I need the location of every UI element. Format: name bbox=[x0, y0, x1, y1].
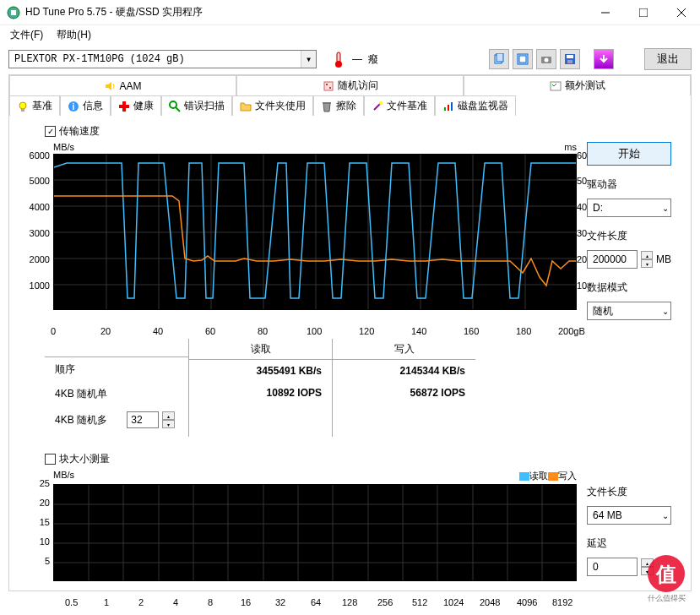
delay-input[interactable]: 0 bbox=[587, 558, 638, 576]
filelen-label: 文件长度 bbox=[587, 229, 671, 243]
tab-error-scan[interactable]: 错误扫描 bbox=[161, 95, 232, 116]
svg-rect-26 bbox=[119, 105, 129, 108]
blocksize-chart-svg bbox=[53, 484, 577, 581]
transfer-chart-svg bbox=[53, 154, 577, 310]
magnifier-icon bbox=[169, 101, 181, 112]
rand1-read: 10892 IOPS bbox=[189, 382, 332, 404]
svg-rect-29 bbox=[323, 102, 331, 104]
tab-file-benchmark[interactable]: 文件基准 bbox=[364, 95, 435, 116]
tab-folder-usage[interactable]: 文件夹使用 bbox=[232, 95, 313, 116]
close-button[interactable] bbox=[662, 0, 700, 25]
drive-select[interactable]: D:⌄ bbox=[587, 199, 671, 217]
speaker-icon bbox=[104, 80, 116, 92]
bulb-icon bbox=[17, 101, 29, 112]
seq-read: 3455491 KB/s bbox=[189, 360, 332, 382]
menu-help[interactable]: 帮助(H) bbox=[50, 26, 98, 44]
trash-icon bbox=[321, 101, 333, 112]
filelen2-label: 文件长度 bbox=[587, 485, 671, 499]
svg-point-21 bbox=[19, 102, 26, 109]
maximize-button[interactable] bbox=[624, 0, 662, 25]
device-select[interactable]: PLEXTOR PX-1TM10PG (1024 gB) ▾ bbox=[8, 50, 317, 68]
start-button[interactable]: 开始 bbox=[587, 142, 671, 166]
svg-rect-34 bbox=[451, 102, 453, 111]
svg-rect-17 bbox=[324, 82, 333, 90]
legend: 读取写入 bbox=[519, 470, 577, 482]
seq-write: 2145344 KB/s bbox=[333, 360, 475, 382]
write-header: 写入 bbox=[333, 342, 475, 360]
seq-label: 顺序 bbox=[45, 357, 188, 382]
qd-input[interactable]: 32 bbox=[127, 411, 159, 428]
titlebar: HD Tune Pro 5.75 - 硬盘/SSD 实用程序 bbox=[0, 0, 700, 25]
y-axis-right: 605040302010 bbox=[577, 154, 590, 310]
tab-area: AAM 随机访问 额外测试 基准 i信息 健康 错误扫描 文件夹使用 擦除 文件… bbox=[8, 74, 692, 591]
copy-button[interactable] bbox=[489, 49, 509, 69]
temperature-label: — 癈 bbox=[352, 52, 380, 67]
svg-rect-50 bbox=[54, 485, 577, 581]
checklist-icon bbox=[550, 80, 562, 92]
minimize-button[interactable] bbox=[586, 0, 624, 25]
mode-label: 数据模式 bbox=[587, 280, 671, 295]
tab-aam[interactable]: AAM bbox=[9, 75, 236, 95]
svg-text:值: 值 bbox=[655, 563, 676, 585]
svg-rect-22 bbox=[21, 109, 24, 112]
svg-point-19 bbox=[329, 87, 331, 89]
app-icon bbox=[7, 6, 20, 19]
transfer-chart: MB/sms 020406080100120140160180200 bbox=[19, 142, 577, 320]
qd-spinner[interactable]: ▴▾ bbox=[162, 411, 175, 428]
tab-random-access[interactable]: 随机访问 bbox=[236, 75, 464, 95]
chevron-down-icon: ⌄ bbox=[662, 511, 669, 520]
load-button[interactable] bbox=[594, 49, 614, 69]
blocksize-checkbox[interactable] bbox=[45, 454, 56, 465]
drive-label: 驱动器 bbox=[587, 177, 671, 192]
save-button[interactable] bbox=[560, 49, 580, 69]
menubar: 文件(F) 帮助(H) bbox=[0, 25, 700, 44]
read-header: 读取 bbox=[189, 342, 332, 360]
info-icon: i bbox=[68, 101, 79, 112]
y-axis-left-2: 252015105 bbox=[19, 482, 52, 579]
watermark: 值 什么值得买 bbox=[641, 553, 692, 607]
svg-rect-16 bbox=[567, 60, 572, 63]
blocksize-chart: MB/s 读取写入 0.5124816326412825651210242048… bbox=[19, 470, 577, 584]
menu-file[interactable]: 文件(F) bbox=[3, 26, 50, 44]
svg-rect-33 bbox=[448, 105, 449, 111]
rand-single-label: 4KB 随机单 bbox=[45, 382, 188, 406]
svg-point-27 bbox=[170, 101, 176, 108]
svg-point-7 bbox=[335, 61, 342, 68]
chevron-down-icon: ⌄ bbox=[662, 307, 669, 316]
filelen-input[interactable]: 200000 bbox=[587, 250, 638, 269]
svg-rect-15 bbox=[567, 55, 573, 58]
window-title: HD Tune Pro 5.75 - 硬盘/SSD 实用程序 bbox=[25, 5, 586, 19]
mode-select[interactable]: 随机⌄ bbox=[587, 302, 671, 320]
svg-text:什么值得买: 什么值得买 bbox=[648, 594, 686, 602]
svg-text:i: i bbox=[73, 102, 75, 112]
tab-info[interactable]: i信息 bbox=[60, 95, 111, 116]
thermometer-icon bbox=[330, 51, 347, 68]
svg-rect-3 bbox=[639, 8, 648, 17]
tab-health[interactable]: 健康 bbox=[111, 95, 161, 116]
svg-point-13 bbox=[545, 58, 549, 63]
filelen2-select[interactable]: 64 MB⌄ bbox=[587, 506, 671, 525]
tab-benchmark[interactable]: 基准 bbox=[9, 95, 60, 116]
exit-button[interactable]: 退出 bbox=[644, 48, 692, 70]
camera-button[interactable] bbox=[536, 49, 556, 69]
blocksize-label: 块大小测量 bbox=[59, 452, 110, 466]
tab-disk-monitor[interactable]: 磁盘监视器 bbox=[435, 95, 516, 116]
results-table: 顺序 4KB 随机单 4KB 随机多 32▴▾ 读取 3455491 KB/s … bbox=[45, 339, 681, 437]
svg-rect-11 bbox=[519, 56, 526, 63]
filelen-spinner[interactable]: ▴▾ bbox=[641, 251, 653, 268]
chart-icon bbox=[442, 101, 454, 112]
chevron-down-icon: ▾ bbox=[301, 51, 316, 68]
svg-rect-9 bbox=[497, 53, 503, 62]
dice-icon bbox=[323, 80, 334, 92]
svg-rect-32 bbox=[444, 107, 446, 111]
delay-label: 延迟 bbox=[587, 536, 671, 551]
rand-multi-label: 4KB 随机多 32▴▾ bbox=[45, 406, 188, 433]
screenshot-button[interactable] bbox=[513, 49, 533, 69]
tab-extra-test[interactable]: 额外测试 bbox=[464, 75, 691, 95]
svg-point-31 bbox=[379, 101, 383, 105]
tab-erase[interactable]: 擦除 bbox=[313, 95, 364, 116]
svg-line-28 bbox=[176, 107, 180, 112]
side-panel-1: 开始 驱动器 D:⌄ 文件长度 200000 ▴▾ MB 数据模式 随机⌄ bbox=[587, 142, 671, 320]
transfer-speed-checkbox[interactable]: ✓ bbox=[45, 126, 56, 137]
wand-icon bbox=[372, 101, 383, 112]
